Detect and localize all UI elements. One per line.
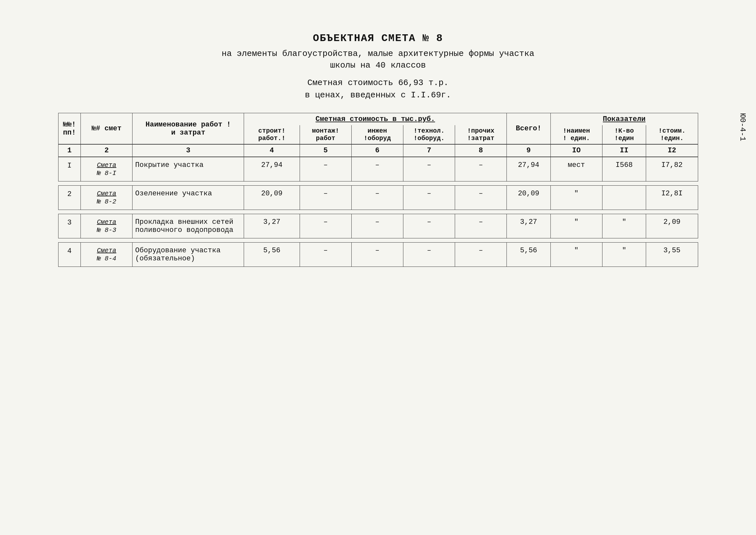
cell-stoim: I7,82 [646,157,698,182]
cell-naimen: " [551,242,602,267]
table-row: I Смета № 8-I Покрытие участка 27,94 – –… [58,157,698,182]
numbers-row: 1 2 3 4 5 6 7 8 9 IO II I2 [58,144,698,157]
col-num-12: I2 [646,144,698,157]
cell-montaj: – [300,214,351,239]
main-table: №№!пп! №# смет Наименование работ !и зат… [58,113,698,267]
cell-smeta: Смета № 8-3 [81,214,132,239]
cell-num: 2 [58,186,81,210]
cell-inzhen: – [351,214,403,239]
cell-proch: – [455,157,507,182]
header-name: Наименование работ !и затрат [132,113,244,145]
table-row: 3 Смета № 8-3 Прокладка внешних сетей по… [58,214,698,239]
cell-stroit: 3,27 [244,214,300,239]
header-cost-group: Сметная стоимость в тыс.руб. [244,113,507,126]
header-row-1: №№!пп! №# смет Наименование работ !и зат… [58,113,698,126]
col-num-1: 1 [58,144,81,157]
header-kvo: !К-во!един [602,125,646,144]
cell-naimen: " [551,186,602,210]
cell-stroit: 5,56 [244,242,300,267]
cell-montaj: – [300,157,351,182]
header-naimen: !наимен! един. [551,125,602,144]
cell-inzhen: – [351,157,403,182]
cell-name: Оборудование участка (обязательное) [132,242,244,267]
header-smeta: №# смет [81,113,132,145]
col-num-10: IO [551,144,602,157]
cell-kvo: " [602,214,646,239]
cell-num: 4 [58,242,81,267]
cell-stroit: 27,94 [244,157,300,182]
cell-smeta: Смета № 8-4 [81,242,132,267]
col-num-11: II [602,144,646,157]
cell-naimen: " [551,214,602,239]
cell-stroit: 20,09 [244,186,300,210]
subtitle1: на элементы благоустройства, малые архит… [58,49,698,59]
cell-smeta: Смета № 8-I [81,157,132,182]
table-row: 2 Смета № 8-2 Озеленение участка 20,09 –… [58,186,698,210]
title-section: ОБЪЕКТНАЯ СМЕТА № 8 на элементы благоуст… [58,32,698,100]
col-num-9: 9 [507,144,551,157]
cell-num: I [58,157,81,182]
table-row: 4 Смета № 8-4 Оборудование участка (обяз… [58,242,698,267]
header-proch: !прочих!затрат [455,125,507,144]
cell-vsego: 3,27 [507,214,551,239]
cell-inzhen: – [351,186,403,210]
cell-montaj: – [300,242,351,267]
col-num-2: 2 [81,144,132,157]
cell-vsego: 20,09 [507,186,551,210]
cell-stoim: 3,55 [646,242,698,267]
page-container: Ю0-4-1 ОБЪЕКТНАЯ СМЕТА № 8 на элементы б… [39,19,717,280]
cell-stoim: 2,09 [646,214,698,239]
side-text: Ю0-4-1 [738,113,747,141]
header-montaj: монтаж!работ [300,125,351,144]
col-num-3: 3 [132,144,244,157]
header-stoim: !стоим.!един. [646,125,698,144]
cell-kvo [602,186,646,210]
cell-tehnol: – [403,157,455,182]
cell-vsego: 5,56 [507,242,551,267]
col-num-5: 5 [300,144,351,157]
col-num-4: 4 [244,144,300,157]
side-text-content: Ю0-4-1 [738,113,747,141]
cost-line: Сметная стоимость 66,93 т.р. [58,78,698,88]
cell-montaj: – [300,186,351,210]
cell-smeta: Смета № 8-2 [81,186,132,210]
subtitle2: школы на 40 классов [58,61,698,70]
cell-name: Прокладка внешних сетей поливочного водо… [132,214,244,239]
header-num: №№!пп! [58,113,81,145]
cell-kvo: " [602,242,646,267]
cell-name: Озеленение участка [132,186,244,210]
cell-tehnol: – [403,186,455,210]
col-num-7: 7 [403,144,455,157]
col-num-6: 6 [351,144,403,157]
cell-tehnol: – [403,214,455,239]
cell-tehnol: – [403,242,455,267]
cell-vsego: 27,94 [507,157,551,182]
cell-proch: – [455,214,507,239]
header-pokazateli-group: Показатели [551,113,698,126]
cell-naimen: мест [551,157,602,182]
cell-inzhen: – [351,242,403,267]
cell-name: Покрытие участка [132,157,244,182]
cell-stoim: I2,8I [646,186,698,210]
cell-proch: – [455,242,507,267]
header-tehnol: !технол.!оборуд. [403,125,455,144]
cell-kvo: I568 [602,157,646,182]
price-line: в ценах, введенных с I.I.69г. [58,90,698,100]
col-num-8: 8 [455,144,507,157]
cell-num: 3 [58,214,81,239]
main-title: ОБЪЕКТНАЯ СМЕТА № 8 [58,32,698,44]
header-stroit: строит!работ.! [244,125,300,144]
cell-proch: – [455,186,507,210]
header-vsego: Всего! [507,113,551,145]
header-inzhen: инжен!оборуд [351,125,403,144]
